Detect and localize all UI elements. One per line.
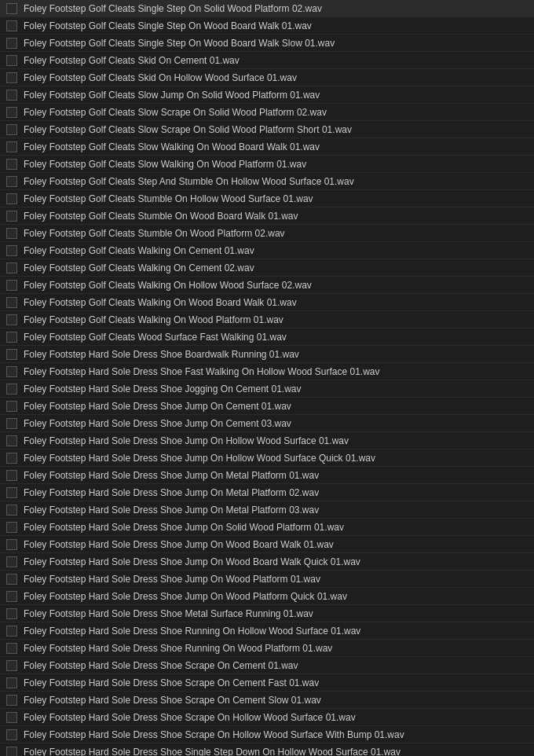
list-item[interactable]: Foley Footstep Golf Cleats Walking On Ce… <box>0 259 534 277</box>
file-checkbox[interactable] <box>6 228 17 239</box>
file-checkbox[interactable] <box>6 193 17 204</box>
file-checkbox[interactable] <box>6 332 17 343</box>
file-checkbox[interactable] <box>6 505 17 516</box>
list-item[interactable]: Foley Footstep Hard Sole Dress Shoe Jump… <box>0 571 534 588</box>
list-item[interactable]: Foley Footstep Golf Cleats Walking On Ho… <box>0 277 534 294</box>
list-item[interactable]: Foley Footstep Golf Cleats Slow Jump On … <box>0 86 534 104</box>
list-item[interactable]: Foley Footstep Golf Cleats Single Step O… <box>0 17 534 35</box>
file-checkbox[interactable] <box>6 141 17 152</box>
file-checkbox[interactable] <box>6 712 17 723</box>
file-checkbox[interactable] <box>6 124 17 135</box>
list-item[interactable]: Foley Footstep Golf Cleats Single Step O… <box>0 0 534 17</box>
file-checkbox[interactable] <box>6 55 17 66</box>
file-checkbox[interactable] <box>6 90 17 101</box>
file-checkbox[interactable] <box>6 591 17 602</box>
file-name: Foley Footstep Hard Sole Dress Shoe Jump… <box>24 522 344 533</box>
list-item[interactable]: Foley Footstep Golf Cleats Stumble On Wo… <box>0 225 534 242</box>
file-checkbox[interactable] <box>6 107 17 118</box>
file-name: Foley Footstep Golf Cleats Slow Jump On … <box>24 90 320 101</box>
file-name: Foley Footstep Hard Sole Dress Shoe Jump… <box>24 505 319 516</box>
file-checkbox[interactable] <box>6 314 17 325</box>
file-name: Foley Footstep Golf Cleats Slow Walking … <box>24 159 306 170</box>
file-checkbox[interactable] <box>6 72 17 83</box>
list-item[interactable]: Foley Footstep Hard Sole Dress Shoe Jogg… <box>0 380 534 398</box>
file-name: Foley Footstep Hard Sole Dress Shoe Runn… <box>24 626 360 637</box>
list-item[interactable]: Foley Footstep Hard Sole Dress Shoe Jump… <box>0 432 534 450</box>
file-checkbox[interactable] <box>6 3 17 14</box>
file-checkbox[interactable] <box>6 470 17 481</box>
list-item[interactable]: Foley Footstep Hard Sole Dress Shoe Boar… <box>0 346 534 363</box>
list-item[interactable]: Foley Footstep Hard Sole Dress Shoe Meta… <box>0 605 534 622</box>
file-checkbox[interactable] <box>6 262 17 273</box>
file-checkbox[interactable] <box>6 245 17 256</box>
list-item[interactable]: Foley Footstep Golf Cleats Step And Stum… <box>0 173 534 190</box>
list-item[interactable]: Foley Footstep Golf Cleats Stumble On Ho… <box>0 190 534 207</box>
file-name: Foley Footstep Hard Sole Dress Shoe Fast… <box>24 366 380 377</box>
file-checkbox[interactable] <box>6 20 17 31</box>
list-item[interactable]: Foley Footstep Hard Sole Dress Shoe Runn… <box>0 640 534 657</box>
file-checkbox[interactable] <box>6 695 17 706</box>
file-checkbox[interactable] <box>6 643 17 654</box>
file-name: Foley Footstep Hard Sole Dress Shoe Jogg… <box>24 384 302 395</box>
file-name: Foley Footstep Hard Sole Dress Shoe Jump… <box>24 574 320 585</box>
list-item[interactable]: Foley Footstep Golf Cleats Skid On Cemen… <box>0 52 534 69</box>
file-checkbox[interactable] <box>6 729 17 740</box>
file-name: Foley Footstep Hard Sole Dress Shoe Meta… <box>24 608 313 619</box>
list-item[interactable]: Foley Footstep Hard Sole Dress Shoe Jump… <box>0 536 534 553</box>
file-checkbox[interactable] <box>6 401 17 412</box>
list-item[interactable]: Foley Footstep Hard Sole Dress Shoe Scra… <box>0 674 534 692</box>
file-checkbox[interactable] <box>6 211 17 222</box>
file-name: Foley Footstep Hard Sole Dress Shoe Jump… <box>24 401 291 412</box>
list-item[interactable]: Foley Footstep Hard Sole Dress Shoe Scra… <box>0 692 534 709</box>
list-item[interactable]: Foley Footstep Golf Cleats Slow Scrape O… <box>0 104 534 121</box>
file-checkbox[interactable] <box>6 384 17 395</box>
list-item[interactable]: Foley Footstep Golf Cleats Slow Walking … <box>0 156 534 173</box>
list-item[interactable]: Foley Footstep Hard Sole Dress Shoe Jump… <box>0 415 534 432</box>
file-checkbox[interactable] <box>6 435 17 446</box>
list-item[interactable]: Foley Footstep Hard Sole Dress Shoe Scra… <box>0 726 534 743</box>
file-checkbox[interactable] <box>6 418 17 429</box>
list-item[interactable]: Foley Footstep Golf Cleats Skid On Hollo… <box>0 69 534 86</box>
file-checkbox[interactable] <box>6 176 17 187</box>
file-checkbox[interactable] <box>6 660 17 671</box>
list-item[interactable]: Foley Footstep Hard Sole Dress Shoe Jump… <box>0 484 534 501</box>
list-item[interactable]: Foley Footstep Golf Cleats Walking On Wo… <box>0 294 534 311</box>
list-item[interactable]: Foley Footstep Hard Sole Dress Shoe Jump… <box>0 467 534 484</box>
file-checkbox[interactable] <box>6 280 17 291</box>
list-item[interactable]: Foley Footstep Golf Cleats Wood Surface … <box>0 328 534 346</box>
file-checkbox[interactable] <box>6 626 17 637</box>
list-item[interactable]: Foley Footstep Golf Cleats Stumble On Wo… <box>0 207 534 225</box>
list-item[interactable]: Foley Footstep Hard Sole Dress Shoe Jump… <box>0 501 534 519</box>
file-checkbox[interactable] <box>6 453 17 464</box>
list-item[interactable]: Foley Footstep Hard Sole Dress Shoe Jump… <box>0 450 534 467</box>
file-checkbox[interactable] <box>6 677 17 688</box>
list-item[interactable]: Foley Footstep Hard Sole Dress Shoe Runn… <box>0 622 534 640</box>
file-checkbox[interactable] <box>6 574 17 585</box>
file-checkbox[interactable] <box>6 608 17 619</box>
list-item[interactable]: Foley Footstep Hard Sole Dress Shoe Jump… <box>0 398 534 415</box>
file-checkbox[interactable] <box>6 349 17 360</box>
list-item[interactable]: Foley Footstep Hard Sole Dress Shoe Jump… <box>0 588 534 605</box>
list-item[interactable]: Foley Footstep Golf Cleats Walking On Ce… <box>0 242 534 259</box>
file-checkbox[interactable] <box>6 556 17 567</box>
file-checkbox[interactable] <box>6 522 17 533</box>
list-item[interactable]: Foley Footstep Hard Sole Dress Shoe Scra… <box>0 657 534 674</box>
file-name: Foley Footstep Golf Cleats Stumble On Ho… <box>24 193 313 204</box>
list-item[interactable]: Foley Footstep Hard Sole Dress Shoe Fast… <box>0 363 534 380</box>
list-item[interactable]: Foley Footstep Golf Cleats Single Step O… <box>0 35 534 52</box>
list-item[interactable]: Foley Footstep Hard Sole Dress Shoe Jump… <box>0 553 534 571</box>
file-checkbox[interactable] <box>6 366 17 377</box>
file-checkbox[interactable] <box>6 747 17 757</box>
list-item[interactable]: Foley Footstep Hard Sole Dress Shoe Scra… <box>0 709 534 726</box>
list-item[interactable]: Foley Footstep Hard Sole Dress Shoe Sing… <box>0 743 534 756</box>
file-checkbox[interactable] <box>6 159 17 170</box>
list-item[interactable]: Foley Footstep Golf Cleats Slow Scrape O… <box>0 121 534 138</box>
file-checkbox[interactable] <box>6 297 17 308</box>
file-name: Foley Footstep Golf Cleats Skid On Hollo… <box>24 72 297 83</box>
file-checkbox[interactable] <box>6 487 17 498</box>
file-checkbox[interactable] <box>6 38 17 49</box>
list-item[interactable]: Foley Footstep Golf Cleats Slow Walking … <box>0 138 534 156</box>
list-item[interactable]: Foley Footstep Golf Cleats Walking On Wo… <box>0 311 534 328</box>
list-item[interactable]: Foley Footstep Hard Sole Dress Shoe Jump… <box>0 519 534 536</box>
file-checkbox[interactable] <box>6 539 17 550</box>
